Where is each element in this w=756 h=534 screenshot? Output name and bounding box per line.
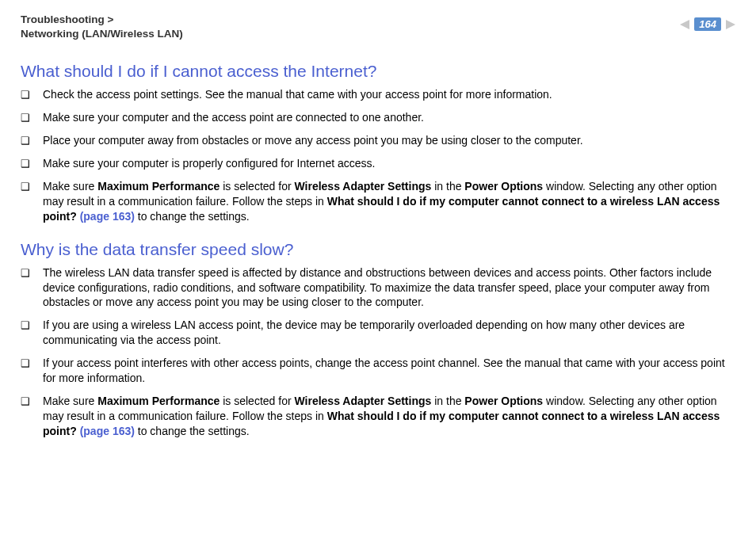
list-item: ❑ Place your computer away from obstacle…: [21, 133, 735, 148]
prev-page-icon[interactable]: [680, 20, 689, 29]
next-page-icon[interactable]: [726, 20, 735, 29]
list-item: ❑ Make sure Maximum Performance is selec…: [21, 394, 735, 439]
item-text: Place your computer away from obstacles …: [43, 133, 583, 148]
page: Troubleshooting > Networking (LAN/Wirele…: [0, 0, 756, 439]
item-text: Make sure your computer and the access p…: [43, 110, 424, 125]
item-text: If you are using a wireless LAN access p…: [43, 318, 735, 348]
bullet-icon: ❑: [21, 179, 43, 194]
bullet-icon: ❑: [21, 356, 43, 371]
item-text: The wireless LAN data transfer speed is …: [43, 265, 735, 311]
header-row: Troubleshooting > Networking (LAN/Wirele…: [21, 13, 735, 41]
list-item: ❑ Check the access point settings. See t…: [21, 87, 735, 102]
item-text: If your access point interferes with oth…: [43, 356, 735, 386]
bold-text: Power Options: [464, 180, 543, 193]
text: is selected for: [220, 395, 294, 407]
text: is selected for: [220, 180, 294, 193]
bullet-icon: ❑: [21, 265, 43, 280]
bullet-icon: ❑: [21, 110, 43, 125]
bullet-icon: ❑: [21, 156, 43, 171]
breadcrumb-bottom: Networking (LAN/Wireless LAN): [21, 28, 183, 40]
text: in the: [431, 180, 464, 193]
text: to change the settings.: [135, 210, 250, 223]
item-text: Check the access point settings. See the…: [43, 87, 552, 102]
item-text: Make sure Maximum Performance is selecte…: [43, 179, 735, 224]
list-item: ❑ If your access point interferes with o…: [21, 356, 735, 386]
page-nav: 164: [680, 17, 735, 31]
section2-title: Why is the data transfer speed slow?: [21, 240, 735, 259]
list-item: ❑ Make sure Maximum Performance is selec…: [21, 179, 735, 224]
bold-text: Maximum Performance: [97, 395, 220, 407]
text: Make sure: [43, 180, 97, 193]
breadcrumb-top: Troubleshooting >: [21, 13, 113, 25]
text: to change the settings.: [135, 425, 250, 437]
page-number: 164: [694, 17, 721, 31]
page-link[interactable]: (page 163): [80, 425, 135, 437]
list-item: ❑ Make sure your computer is properly co…: [21, 156, 735, 171]
text: in the: [431, 395, 464, 407]
list-item: ❑ If you are using a wireless LAN access…: [21, 318, 735, 348]
bullet-icon: ❑: [21, 394, 43, 409]
list-item: ❑ The wireless LAN data transfer speed i…: [21, 265, 735, 311]
bullet-icon: ❑: [21, 133, 43, 148]
item-text: Make sure Maximum Performance is selecte…: [43, 394, 735, 439]
bold-text: Wireless Adapter Settings: [294, 395, 431, 407]
list-item: ❑ Make sure your computer and the access…: [21, 110, 735, 125]
page-link[interactable]: (page 163): [80, 210, 135, 223]
bold-text: Maximum Performance: [97, 180, 220, 193]
text: Make sure: [43, 395, 97, 407]
section1-title: What should I do if I cannot access the …: [21, 62, 735, 81]
bold-text: Power Options: [464, 395, 543, 407]
bold-text: Wireless Adapter Settings: [294, 180, 431, 193]
breadcrumb: Troubleshooting > Networking (LAN/Wirele…: [21, 13, 183, 41]
bullet-icon: ❑: [21, 318, 43, 333]
bullet-icon: ❑: [21, 87, 43, 102]
item-text: Make sure your computer is properly conf…: [43, 156, 375, 171]
